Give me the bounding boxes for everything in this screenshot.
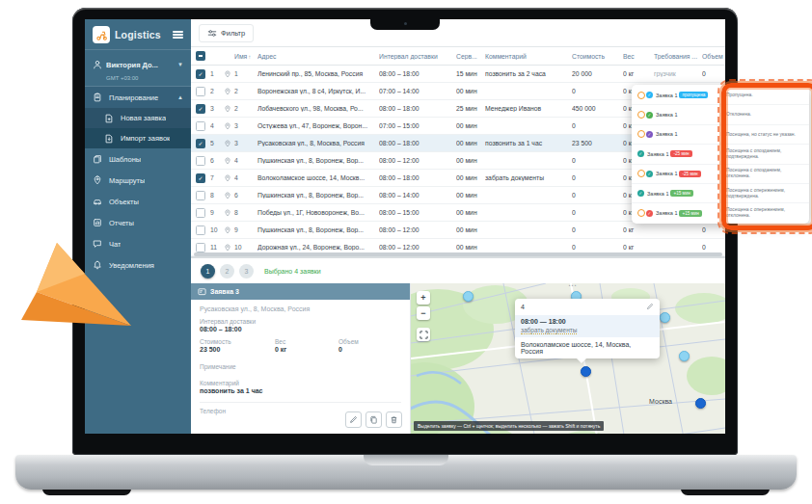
- menu-toggle-icon[interactable]: [173, 29, 183, 40]
- weight-value: 0 кг: [275, 346, 338, 353]
- row-checkbox[interactable]: [191, 208, 210, 218]
- details-address: Русаковская ул., 8, Москва, Россия: [200, 305, 401, 312]
- duplicate-button[interactable]: [365, 411, 382, 428]
- col-weight[interactable]: Вес: [623, 53, 654, 60]
- status-dot-icon: ✓: [637, 150, 644, 157]
- pencil-icon: [349, 415, 358, 424]
- details-body: Русаковская ул., 8, Москва, Россия Интер…: [191, 300, 410, 434]
- sidebar-item-templates[interactable]: Шаблоны: [85, 148, 191, 170]
- weight-label: Вес: [275, 338, 338, 345]
- sidebar-item-notifications[interactable]: Уведомления: [85, 254, 191, 276]
- camera-notch: [370, 19, 440, 30]
- col-address[interactable]: Адрес: [257, 53, 379, 60]
- legend-request-label: Заявка 1: [656, 171, 677, 176]
- sidebar-item-objects[interactable]: Объекты: [85, 191, 191, 212]
- selection-info: Выбрано 4 заявки: [264, 268, 321, 275]
- row-comment: Менеджер Иванов: [485, 105, 572, 112]
- row-interval: 08:00 – 18:00: [379, 140, 456, 146]
- zoom-in-button[interactable]: +: [417, 291, 430, 305]
- row-address: Ленинский пр., 85, Москва, Россия: [257, 70, 379, 77]
- col-requirements[interactable]: Требования ...: [654, 53, 702, 60]
- row-name: 6: [234, 192, 257, 199]
- map[interactable]: + − 4 08:00 — 18:00 забрать документы: [411, 283, 725, 434]
- row-checkbox[interactable]: [191, 69, 210, 79]
- map-marker-dark[interactable]: [695, 398, 706, 409]
- sidebar-item-routes[interactable]: Маршруты: [85, 170, 191, 191]
- select-all-checkbox[interactable]: [196, 51, 205, 61]
- map-marker-dark[interactable]: [581, 366, 591, 377]
- comment-label: Комментарий: [200, 380, 401, 386]
- laptop-screen: Logistics Виктория До... ▼ GMT +03:00 Пл…: [72, 8, 738, 455]
- row-checkbox[interactable]: [191, 173, 210, 183]
- col-volume[interactable]: Объем: [702, 53, 725, 60]
- row-checkbox[interactable]: [191, 104, 210, 114]
- status-dot-icon: ✓: [646, 131, 653, 138]
- legend-description: Пропущена.: [726, 93, 803, 98]
- chevron-down-icon: ▼: [177, 62, 183, 67]
- row-service: 00 мин: [456, 209, 485, 216]
- row-number: 4: [210, 122, 223, 129]
- col-name[interactable]: Имя: [234, 53, 257, 60]
- legend-description: Посещена с опозданием, подтверждена.: [726, 148, 803, 160]
- legend-row: ✓Заявка 1+15 минПосещена с опережением, …: [632, 203, 809, 222]
- page-button-2[interactable]: 2: [220, 264, 234, 279]
- sidebar-item-new-request[interactable]: Новая заявка: [85, 108, 191, 128]
- bell-icon: [93, 260, 103, 270]
- row-number: 9: [210, 209, 223, 216]
- chevron-up-icon: ▲: [177, 94, 183, 100]
- trash-icon: [390, 415, 398, 424]
- col-interval[interactable]: Интервал доставки: [379, 53, 456, 60]
- bar-chart-icon: [93, 218, 103, 227]
- row-checkbox[interactable]: [191, 243, 210, 252]
- sidebar-item-reports[interactable]: Отчеты: [85, 212, 191, 233]
- col-cost[interactable]: Стоимость: [572, 53, 623, 60]
- user-menu[interactable]: Виктория До... ▼ GMT +03:00: [85, 50, 191, 87]
- panel-drag-handle[interactable]: [568, 283, 578, 290]
- col-comment[interactable]: Комментарий: [485, 53, 572, 60]
- col-service[interactable]: Серв...: [456, 53, 485, 60]
- popup-comment[interactable]: забрать документы: [521, 327, 577, 334]
- sidebar: Logistics Виктория До... ▼ GMT +03:00 Пл…: [85, 19, 191, 434]
- legend-row: ✓Заявка 1-25 минПосещена с опозданием, п…: [632, 145, 809, 164]
- row-checkbox[interactable]: [191, 87, 210, 96]
- sidebar-item-planning[interactable]: Планирование ▲: [85, 87, 191, 108]
- map-marker-light[interactable]: [463, 291, 474, 302]
- row-checkbox[interactable]: [191, 225, 210, 235]
- row-address: Пушкинская ул., 8, Воронеж, Вор...: [257, 192, 379, 199]
- legend-row: ✓Заявка 1Посещена, но статус не указан.: [632, 125, 809, 145]
- row-interval: 07:00 – 15:00: [379, 122, 456, 129]
- row-service: 00 мин: [456, 140, 485, 146]
- row-cost: 0: [572, 244, 623, 251]
- sidebar-item-import-requests[interactable]: Импорт заявок: [85, 128, 191, 148]
- details-header: Заявка 3: [191, 283, 410, 300]
- sidebar-item-label: Планирование: [109, 93, 172, 102]
- row-checkbox[interactable]: [191, 139, 210, 148]
- zoom-out-button[interactable]: −: [417, 306, 430, 320]
- sidebar-item-chat[interactable]: Чат: [85, 233, 191, 254]
- row-name: 2: [234, 105, 257, 112]
- page-button-3[interactable]: 3: [239, 264, 254, 279]
- sidebar-menu: Планирование ▲ Новая заявка Импорт заяво…: [85, 87, 191, 434]
- clock-icon: [637, 92, 645, 99]
- delete-button[interactable]: [386, 411, 402, 428]
- row-volume: 0: [702, 244, 725, 251]
- row-number: 1: [210, 70, 223, 77]
- row-number: 10: [210, 226, 223, 233]
- legend-description: Отклонена.: [726, 112, 803, 118]
- table-row[interactable]: 109Пушкинская ул., 8, Воронеж, Вор...08:…: [191, 222, 725, 239]
- page-button-1[interactable]: 1: [201, 264, 215, 279]
- row-checkbox[interactable]: [191, 121, 210, 131]
- row-checkbox[interactable]: [191, 156, 210, 166]
- table-row[interactable]: 11Ленинский пр., 85, Москва, Россия08:00…: [191, 66, 725, 83]
- map-marker-light[interactable]: [679, 351, 690, 361]
- horizontal-scrollbar[interactable]: [194, 252, 722, 256]
- fullscreen-button[interactable]: [417, 328, 430, 341]
- popup-edit-button[interactable]: [646, 303, 654, 311]
- status-dot-icon: ✓: [646, 92, 653, 98]
- map-marker-light[interactable]: [660, 312, 670, 323]
- filter-button[interactable]: Фильтр: [199, 24, 254, 42]
- edit-button[interactable]: [345, 411, 362, 428]
- row-checkbox[interactable]: [191, 191, 210, 200]
- sliders-icon: [207, 29, 217, 38]
- status-badge: пропущена: [679, 92, 708, 98]
